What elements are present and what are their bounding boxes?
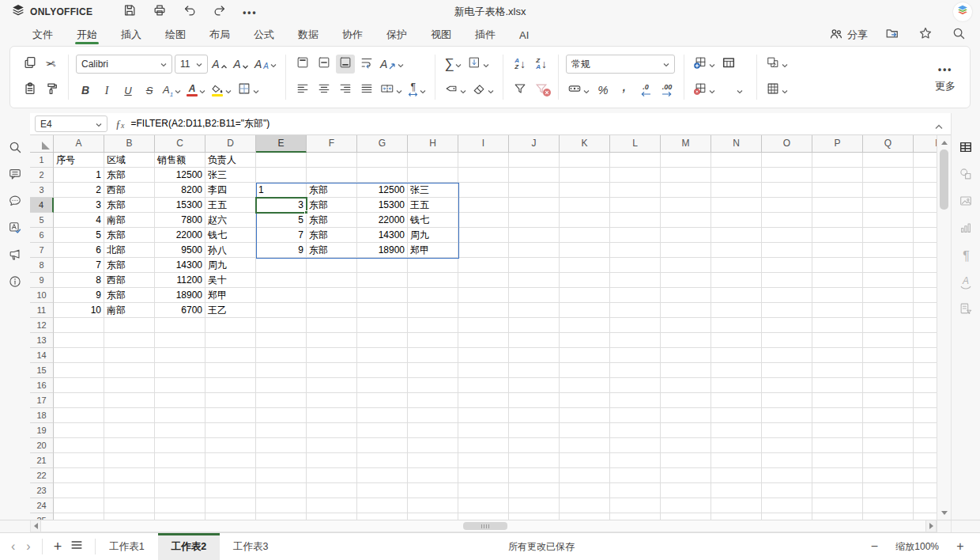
cell-Q15[interactable]	[863, 363, 914, 378]
cell-A20[interactable]	[54, 438, 104, 453]
cell-K12[interactable]	[560, 318, 610, 333]
cell-H14[interactable]	[408, 348, 458, 363]
cell-C14[interactable]	[155, 348, 205, 363]
cell-N9[interactable]	[711, 273, 762, 288]
cell-E14[interactable]	[256, 348, 307, 363]
cell-M15[interactable]	[661, 363, 711, 378]
cell-A21[interactable]	[54, 453, 104, 468]
cell-L19[interactable]	[610, 423, 661, 438]
scroll-up-button[interactable]	[937, 137, 951, 148]
print-button[interactable]	[151, 3, 168, 21]
cell-K25[interactable]	[560, 513, 610, 520]
cell-P3[interactable]	[812, 183, 863, 198]
cell-G17[interactable]	[357, 393, 408, 408]
cell-Q8[interactable]	[863, 258, 914, 273]
cell-N6[interactable]	[711, 228, 762, 243]
cell-R5[interactable]	[914, 213, 937, 228]
cell-C25[interactable]	[155, 513, 205, 520]
cell-R4[interactable]	[914, 198, 937, 213]
cell-M6[interactable]	[661, 228, 711, 243]
cell-C8[interactable]: 14300	[155, 258, 205, 273]
copy-button[interactable]	[21, 55, 40, 74]
cell-C2[interactable]: 12500	[155, 168, 205, 183]
cell-I11[interactable]	[458, 303, 509, 318]
cell-B1[interactable]: 区域	[104, 153, 155, 168]
cell-F12[interactable]	[307, 318, 357, 333]
cell-R7[interactable]	[914, 243, 937, 258]
cell-E19[interactable]	[256, 423, 307, 438]
cell-R8[interactable]	[914, 258, 937, 273]
cell-G23[interactable]	[357, 483, 408, 498]
cell-E8[interactable]	[256, 258, 307, 273]
cell-H7[interactable]: 郑甲	[408, 243, 458, 258]
cell-R1[interactable]	[914, 153, 937, 168]
cell-G7[interactable]: 18900	[357, 243, 408, 258]
cell-J22[interactable]	[509, 468, 560, 483]
cell-Q23[interactable]	[863, 483, 914, 498]
cell-P25[interactable]	[812, 513, 863, 520]
cell-M4[interactable]	[661, 198, 711, 213]
row-header-11[interactable]: 11	[30, 303, 54, 318]
row-header-22[interactable]: 22	[30, 468, 54, 483]
cell-K6[interactable]	[560, 228, 610, 243]
cell-Q21[interactable]	[863, 453, 914, 468]
cell-G14[interactable]	[357, 348, 408, 363]
cell-E24[interactable]	[256, 498, 307, 513]
cell-P10[interactable]	[812, 288, 863, 303]
cell-C9[interactable]: 11200	[155, 273, 205, 288]
cell-N13[interactable]	[711, 333, 762, 348]
cell-F25[interactable]	[307, 513, 357, 520]
cell-A12[interactable]	[54, 318, 104, 333]
cell-L21[interactable]	[610, 453, 661, 468]
align-middle-button[interactable]	[315, 55, 334, 74]
cell-B14[interactable]	[104, 348, 155, 363]
cell-D25[interactable]	[205, 513, 256, 520]
cell-F2[interactable]	[307, 168, 357, 183]
menu-tab-视图[interactable]: 视图	[419, 24, 463, 46]
cell-Q5[interactable]	[863, 213, 914, 228]
increase-decimal-button[interactable]: .00	[658, 81, 677, 100]
cell-N23[interactable]	[711, 483, 762, 498]
cell-G18[interactable]	[357, 408, 408, 423]
cell-I8[interactable]	[458, 258, 509, 273]
cell-C3[interactable]: 8200	[155, 183, 205, 198]
customize-quick-access-button[interactable]: •••	[241, 3, 258, 21]
cell-A6[interactable]: 5	[54, 228, 104, 243]
cell-Q17[interactable]	[863, 393, 914, 408]
cell-D5[interactable]: 赵六	[205, 213, 256, 228]
cell-K13[interactable]	[560, 333, 610, 348]
row-header-18[interactable]: 18	[30, 408, 54, 423]
row-header-17[interactable]: 17	[30, 393, 54, 408]
cell-A10[interactable]: 9	[54, 288, 104, 303]
row-header-23[interactable]: 23	[30, 483, 54, 498]
select-all-corner[interactable]	[30, 135, 54, 153]
sheet-tab-工作表1[interactable]: 工作表1	[96, 533, 157, 560]
cell-K19[interactable]	[560, 423, 610, 438]
cell-B11[interactable]: 南部	[104, 303, 155, 318]
format-table-borders-button[interactable]	[719, 55, 738, 74]
cell-A19[interactable]	[54, 423, 104, 438]
cell-L20[interactable]	[610, 438, 661, 453]
cell-J16[interactable]	[509, 378, 560, 393]
slicer-settings-button[interactable]	[956, 301, 976, 319]
clear-filter-button[interactable]	[532, 81, 551, 100]
cell-L10[interactable]	[610, 288, 661, 303]
formula-input[interactable]: =FILTER(A2:D11,B2:B11="东部")	[130, 117, 944, 131]
cell-C20[interactable]	[155, 438, 205, 453]
row-header-10[interactable]: 10	[30, 288, 54, 303]
cell-J9[interactable]	[509, 273, 560, 288]
cell-L8[interactable]	[610, 258, 661, 273]
cell-R11[interactable]	[914, 303, 937, 318]
cell-P8[interactable]	[812, 258, 863, 273]
cell-F9[interactable]	[307, 273, 357, 288]
text-direction-button[interactable]: ¶	[406, 81, 428, 100]
cell-R13[interactable]	[914, 333, 937, 348]
cell-K9[interactable]	[560, 273, 610, 288]
row-header-2[interactable]: 2	[30, 168, 54, 183]
cell-G9[interactable]	[357, 273, 408, 288]
cell-M22[interactable]	[661, 468, 711, 483]
cell-Q9[interactable]	[863, 273, 914, 288]
cell-C23[interactable]	[155, 483, 205, 498]
cell-R22[interactable]	[914, 468, 937, 483]
column-header-G[interactable]: G	[357, 135, 408, 153]
